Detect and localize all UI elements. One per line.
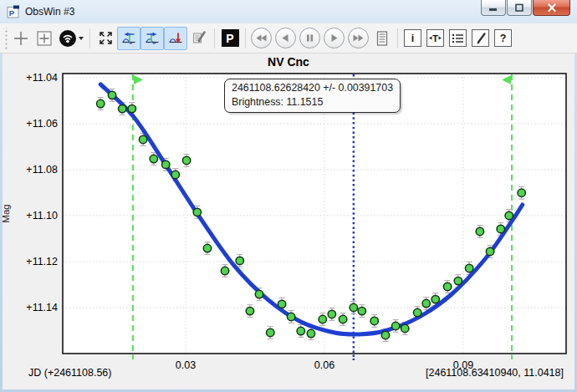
maximize-button[interactable] <box>507 0 532 16</box>
x-tick-label: 0.03 <box>176 359 196 371</box>
edit-button[interactable] <box>472 29 489 47</box>
fast-backward-icon <box>255 33 268 43</box>
chart-title: NV Cnc <box>0 55 577 69</box>
data-point[interactable] <box>297 327 304 334</box>
set-right-marker-button[interactable] <box>140 27 164 50</box>
toolbar-separator <box>89 28 90 48</box>
period-button[interactable]: P <box>218 27 242 50</box>
play-backward-icon <box>280 33 291 43</box>
broadcast-icon <box>59 29 84 48</box>
data-point[interactable] <box>505 211 513 219</box>
minimum-tooltip: 2461108.62628420 +/- 0.00391703 Brightne… <box>224 79 401 113</box>
data-point[interactable] <box>193 208 201 216</box>
pause-icon <box>304 33 315 43</box>
data-point[interactable] <box>476 227 483 235</box>
data-point[interactable] <box>236 257 243 264</box>
data-point[interactable] <box>203 244 211 252</box>
x-axis-title: JD (+2461108.56) <box>28 367 112 379</box>
play-backward-button[interactable] <box>275 28 296 48</box>
data-point[interactable] <box>431 295 439 303</box>
svg-text:P: P <box>9 8 15 18</box>
data-point[interactable] <box>287 313 294 320</box>
data-point[interactable] <box>162 160 170 168</box>
y-axis-title: Mag <box>1 204 11 222</box>
play-icon <box>329 33 340 43</box>
insert-text-button[interactable]: T <box>426 29 444 47</box>
data-point[interactable] <box>518 189 525 196</box>
data-point[interactable] <box>150 155 157 162</box>
broadcast-button[interactable] <box>56 27 86 50</box>
tooltip-brightness-value: Brightness: 11.1515 <box>232 95 393 109</box>
help-button[interactable]: ? <box>494 29 512 47</box>
data-point[interactable] <box>108 91 115 99</box>
toolbar-separator <box>214 28 215 48</box>
caret-down-icon <box>79 37 84 40</box>
data-point[interactable] <box>182 156 190 164</box>
observations-log-button[interactable] <box>370 27 394 50</box>
data-point[interactable] <box>267 328 274 336</box>
data-point[interactable] <box>497 225 504 232</box>
data-point[interactable] <box>381 331 389 339</box>
fast-forward-button[interactable] <box>348 28 369 48</box>
toolbar-grip[interactable] <box>3 28 8 49</box>
info-button[interactable]: i <box>404 29 421 47</box>
cursor-readout: [2461108.63410940, 11.0418] <box>426 367 564 379</box>
data-point[interactable] <box>246 307 253 314</box>
y-tick-label: +11.08 <box>26 164 58 176</box>
data-point[interactable] <box>339 315 346 323</box>
data-point[interactable] <box>443 283 451 290</box>
edit-markers-button[interactable] <box>187 27 211 50</box>
data-point[interactable] <box>422 299 430 307</box>
data-point[interactable] <box>97 99 105 107</box>
data-point[interactable] <box>255 290 263 298</box>
data-point[interactable] <box>358 307 365 314</box>
minimum-marker-icon <box>168 31 183 46</box>
data-point[interactable] <box>370 317 378 324</box>
fast-forward-icon <box>352 33 365 43</box>
data-point[interactable] <box>454 277 462 284</box>
window-title: ObsWin #3 <box>25 6 74 18</box>
y-tick-label: +11.04 <box>26 72 58 84</box>
titlebar[interactable]: P ObsWin #3 <box>0 0 577 23</box>
play-button[interactable] <box>324 28 345 48</box>
data-point[interactable] <box>128 104 135 112</box>
data-point[interactable] <box>401 324 409 332</box>
close-button[interactable] <box>533 0 570 16</box>
data-point[interactable] <box>319 315 326 323</box>
obswin-app-icon: P <box>7 5 20 18</box>
data-point[interactable] <box>328 310 335 318</box>
set-left-marker-button[interactable] <box>117 27 140 50</box>
list-icon <box>452 33 464 44</box>
data-point[interactable] <box>119 104 126 112</box>
pause-button[interactable] <box>299 28 320 48</box>
data-point[interactable] <box>465 264 472 272</box>
minimize-icon <box>488 4 498 12</box>
y-tick-label: +11.12 <box>26 256 58 267</box>
restore-icon <box>514 3 524 13</box>
plot-background[interactable] <box>63 74 566 354</box>
data-point[interactable] <box>391 322 399 329</box>
data-point[interactable] <box>221 267 228 274</box>
help-icon: ? <box>500 33 507 44</box>
data-point[interactable] <box>350 303 357 311</box>
data-point[interactable] <box>139 135 146 143</box>
zoom-box-button[interactable] <box>33 27 56 50</box>
data-point[interactable] <box>413 308 421 316</box>
note-edit-icon <box>191 30 207 46</box>
fit-view-button[interactable] <box>94 27 117 50</box>
minimize-button[interactable] <box>481 0 506 16</box>
data-point[interactable] <box>171 171 179 178</box>
data-point[interactable] <box>307 329 314 337</box>
list-button[interactable] <box>449 29 467 47</box>
toolbar: P <box>0 23 577 53</box>
left-marker-icon <box>121 31 136 46</box>
data-point[interactable] <box>278 300 285 308</box>
tooltip-time-value: 2461108.62628420 +/- 0.00391703 <box>232 81 393 95</box>
period-icon: P <box>222 29 239 47</box>
data-point[interactable] <box>486 247 493 255</box>
find-minimum-button[interactable] <box>164 27 187 50</box>
fast-backward-button[interactable] <box>251 28 272 48</box>
x-tick-label: 0.06 <box>314 359 334 371</box>
crosshair-button[interactable] <box>9 27 33 50</box>
info-icon: i <box>411 33 414 44</box>
